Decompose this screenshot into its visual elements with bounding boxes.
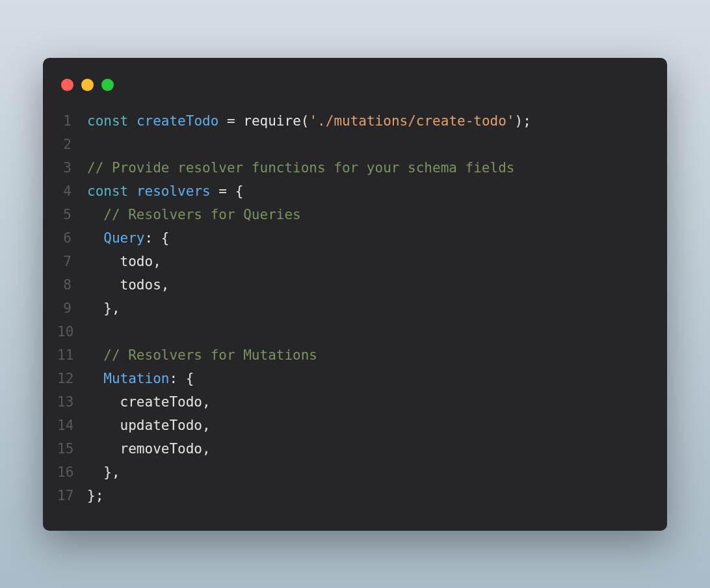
code-line: 9 }, — [57, 297, 653, 320]
code-line: 14 updateTodo, — [57, 414, 653, 437]
code-line: 10 — [57, 320, 653, 343]
minimize-icon[interactable] — [81, 79, 94, 91]
code-text: todos, — [87, 273, 169, 297]
line-number: 17 — [57, 484, 87, 507]
code-editor[interactable]: 1const createTodo = require('./mutations… — [43, 109, 667, 507]
line-number: 7 — [57, 250, 87, 273]
code-text: removeTodo, — [87, 437, 211, 461]
code-text: // Resolvers for Queries — [87, 203, 301, 226]
code-line: 4const resolvers = { — [57, 180, 653, 203]
code-line: 8 todos, — [57, 273, 653, 297]
titlebar — [43, 74, 667, 109]
code-window: 1const createTodo = require('./mutations… — [43, 58, 667, 531]
code-line: 6 Query: { — [57, 226, 653, 250]
line-number: 5 — [57, 203, 87, 226]
code-text: const resolvers = { — [87, 180, 243, 203]
line-number: 10 — [57, 320, 87, 343]
code-line: 2 — [57, 133, 653, 156]
maximize-icon[interactable] — [101, 79, 114, 91]
code-line: 7 todo, — [57, 250, 653, 273]
line-number: 13 — [57, 390, 87, 414]
code-line: 15 removeTodo, — [57, 437, 653, 461]
code-line: 16 }, — [57, 461, 653, 484]
code-text: }; — [87, 484, 103, 507]
line-number: 1 — [57, 109, 87, 133]
line-number: 16 — [57, 461, 87, 484]
code-text: // Resolvers for Mutations — [87, 343, 317, 367]
code-text: }, — [87, 461, 120, 484]
code-text: const createTodo = require('./mutations/… — [87, 109, 531, 133]
line-number: 4 — [57, 180, 87, 203]
line-number: 11 — [57, 343, 87, 367]
line-number: 14 — [57, 414, 87, 437]
line-number: 6 — [57, 226, 87, 250]
code-line: 1const createTodo = require('./mutations… — [57, 109, 653, 133]
code-line: 3// Provide resolver functions for your … — [57, 156, 653, 180]
line-number: 12 — [57, 367, 87, 390]
line-number: 15 — [57, 437, 87, 461]
code-text: updateTodo, — [87, 414, 211, 437]
code-line: 11 // Resolvers for Mutations — [57, 343, 653, 367]
line-number: 2 — [57, 133, 87, 156]
code-text: todo, — [87, 250, 161, 273]
code-text: // Provide resolver functions for your s… — [87, 156, 514, 180]
code-text: }, — [87, 297, 120, 320]
line-number: 8 — [57, 273, 87, 297]
code-line: 13 createTodo, — [57, 390, 653, 414]
code-line: 17}; — [57, 484, 653, 507]
code-text: Mutation: { — [87, 367, 194, 390]
code-text: Query: { — [87, 226, 169, 250]
line-number: 3 — [57, 156, 87, 180]
close-icon[interactable] — [61, 79, 73, 91]
line-number: 9 — [57, 297, 87, 320]
code-line: 5 // Resolvers for Queries — [57, 203, 653, 226]
code-text: createTodo, — [87, 390, 211, 414]
code-line: 12 Mutation: { — [57, 367, 653, 390]
